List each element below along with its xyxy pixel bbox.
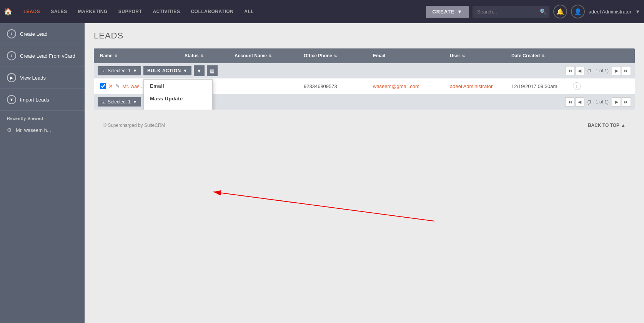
bulk-action-label: BULK ACTION [147,68,181,73]
col-email: Email [373,53,450,58]
nav-item-support[interactable]: SUPPORT [113,9,148,14]
nav-menu: LEADS SALES MARKETING SUPPORT ACTIVITIES… [18,9,426,14]
col-account-name[interactable]: Account Name ⇅ [235,53,304,58]
sidebar-item-create-lead-vcard[interactable]: + Create Lead From vCard [0,45,85,67]
main-layout: + Create Lead + Create Lead From vCard ▶… [0,23,644,323]
recently-viewed-item-label: Mr. waseem h... [16,127,51,133]
main-content: LEADS Name ⇅ Status ⇅ Account Name ⇅ Off… [85,23,644,323]
sort-arrows-status: ⇅ [200,54,203,58]
first-page-button[interactable]: ⏮ [565,66,574,75]
page-info-bottom: (1 - 1 of 1) [585,99,611,105]
sort-arrows-name: ⇅ [114,54,117,58]
create-button[interactable]: CREATE ▼ [426,6,468,18]
copyright-text: © Supercharged by SuiteCRM [103,123,165,128]
search-icon: 🔍 [540,8,546,15]
row-email-cell[interactable]: waseem@gmail.com [373,83,450,89]
last-page-button-bottom[interactable]: ⏭ [622,97,631,107]
row-date-cell: 12/19/2017 09:30am [511,83,557,89]
home-icon[interactable]: 🏠 [4,7,12,16]
user-label[interactable]: adeel Administrator [589,9,631,15]
sidebar-label-import-leads: Import Leads [20,97,49,103]
sort-arrows-phone: ⇅ [334,54,337,58]
row-phone-cell: 923346809573 [304,83,373,89]
import-icon: ▼ [7,95,16,104]
last-page-button[interactable]: ⏭ [622,66,631,75]
bulk-action-button[interactable]: BULK ACTION ▼ Email Mass Update Merge Ad… [143,66,191,75]
checkbox-icon: ☑ [102,68,106,73]
sidebar-label-view-leads: View Leads [20,75,46,81]
sidebar-item-create-lead[interactable]: + Create Lead [0,23,85,45]
filter-icon[interactable]: ▼ [194,65,205,76]
table-toolbar-top: ☑ Selected: 1 ▼ BULK ACTION ▼ Email Mass… [94,63,635,78]
bulk-action-dropdown: Email Mass Update Merge Add To Target Li… [143,79,213,110]
sort-arrows-date: ⇅ [541,54,544,58]
col-status[interactable]: Status ⇅ [185,53,235,58]
next-page-button-bottom[interactable]: ▶ [612,97,621,107]
leads-table: Name ⇅ Status ⇅ Account Name ⇅ Office Ph… [94,48,635,110]
sidebar-label-create-vcard: Create Lead From vCard [20,53,75,59]
sort-arrows-user: ⇅ [462,54,465,58]
selected-dropdown-arrow-bottom[interactable]: ▼ [133,99,137,105]
plus-icon: + [7,29,16,38]
row-delete-icon[interactable]: ✕ [108,83,113,89]
nav-right-section: CREATE ▼ 🔍 🔔 👤 adeel Administrator ▼ [426,5,640,18]
dropdown-item-mass-update[interactable]: Mass Update [144,92,212,105]
col-name[interactable]: Name ⇅ [100,53,185,58]
row-edit-icon[interactable]: ✎ [115,83,120,89]
nav-item-leads[interactable]: LEADS [18,9,45,14]
column-chooser-icon[interactable]: ▦ [207,65,218,76]
user-dropdown-icon[interactable]: ▼ [635,9,640,15]
chevron-down-icon: ▼ [457,9,463,15]
nav-item-marketing[interactable]: MARKETING [73,9,113,14]
row-user-cell[interactable]: adeel Administrator [450,83,511,89]
row-name-link[interactable]: Mr. was... [122,83,144,89]
row-checkbox[interactable] [100,83,106,89]
pagination-bottom: ⏮ ◀ (1 - 1 of 1) ▶ ⏭ [565,97,631,107]
selected-dropdown-arrow[interactable]: ▼ [133,68,137,73]
recently-viewed-title: Recently Viewed [0,111,85,123]
search-wrapper: 🔍 [473,6,549,18]
row-info-icon[interactable]: i [573,82,581,90]
nav-item-collaboration[interactable]: COLLABORATION [185,9,239,14]
nav-item-all[interactable]: ALL [239,9,259,14]
top-navigation: 🏠 LEADS SALES MARKETING SUPPORT ACTIVITI… [0,0,644,23]
nav-item-sales[interactable]: SALES [45,9,73,14]
recently-viewed-item[interactable]: ⚙ Mr. waseem h... [0,123,85,137]
col-user[interactable]: User ⇅ [450,53,511,58]
page-footer: © Supercharged by SuiteCRM BACK TO TOP ▲ [94,117,635,133]
selected-count-label: Selected: 1 [108,68,131,73]
page-title: LEADS [94,31,635,41]
bell-icon[interactable]: 🔔 [553,5,567,18]
sort-arrows-account: ⇅ [268,54,271,58]
page-info-top: (1 - 1 of 1) [585,68,611,73]
dropdown-item-email[interactable]: Email [144,80,212,92]
user-avatar[interactable]: 👤 [571,5,585,18]
checkbox-icon-bottom: ☑ [102,99,106,105]
next-page-button[interactable]: ▶ [612,66,621,75]
bulk-action-arrow: ▼ [183,68,188,73]
sidebar-label-create-lead: Create Lead [20,31,48,37]
first-page-button-bottom[interactable]: ⏮ [565,97,574,107]
back-to-top-button[interactable]: BACK TO TOP ▲ [588,123,626,128]
pagination-top: ⏮ ◀ (1 - 1 of 1) ▶ ⏭ [565,66,631,75]
prev-page-button-bottom[interactable]: ◀ [575,97,584,107]
sidebar-item-import-leads[interactable]: ▼ Import Leads [0,89,85,111]
dropdown-item-merge[interactable]: Merge [144,105,212,110]
prev-page-button[interactable]: ◀ [575,66,584,75]
gear-icon: ⚙ [7,127,12,133]
col-office-phone[interactable]: Office Phone ⇅ [304,53,373,58]
table-header: Name ⇅ Status ⇅ Account Name ⇅ Office Ph… [94,48,635,63]
selected-badge[interactable]: ☑ Selected: 1 ▼ [98,66,141,75]
up-arrow-icon: ▲ [621,123,626,128]
back-to-top-label: BACK TO TOP [588,123,619,128]
sidebar-item-view-leads[interactable]: ▶ View Leads [0,67,85,89]
nav-item-activities[interactable]: ACTIVITIES [147,9,185,14]
view-icon: ▶ [7,73,16,82]
selected-badge-bottom[interactable]: ☑ Selected: 1 ▼ [98,97,141,107]
selected-count-label-bottom: Selected: 1 [108,99,131,105]
sidebar: + Create Lead + Create Lead From vCard ▶… [0,23,85,323]
col-date-created[interactable]: Date Created ⇅ [511,53,581,58]
search-input[interactable] [473,6,549,18]
plus-icon-vcard: + [7,51,16,60]
